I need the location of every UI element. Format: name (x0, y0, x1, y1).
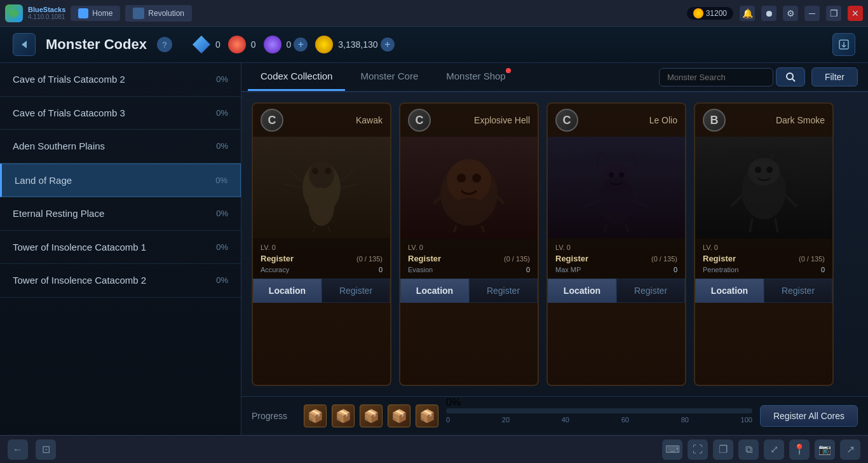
chest-icon-0: 📦 (304, 404, 327, 427)
premium-coin-icon (693, 8, 703, 18)
game-tab[interactable]: Revolution (125, 5, 192, 22)
restore-icon[interactable]: ❐ (826, 6, 841, 21)
sidebar-item-name-4: Eternal Resting Place (13, 207, 104, 220)
resource-1-icon (193, 36, 210, 53)
home-tab[interactable]: Home (71, 6, 120, 21)
svg-line-12 (341, 169, 356, 181)
tab-monster-core[interactable]: Monster Core (348, 63, 431, 91)
sidebar-item-name-1: Cave of Trials Catacomb 3 (13, 107, 125, 120)
card-stat-name-0: Accuracy (261, 266, 289, 273)
sidebar-item-0[interactable]: Cave of Trials Catacomb 2 0% (0, 63, 241, 97)
minimize-icon[interactable]: ─ (804, 6, 820, 21)
tabs-search-row: Codex Collection Monster Core Monster Sh… (241, 63, 868, 92)
gold-value: 3,138,130 (338, 39, 377, 50)
svg-line-32 (604, 225, 607, 232)
currency-display: 31200 (687, 7, 733, 20)
location-icon[interactable]: 📍 (789, 439, 810, 460)
sidebar-item-4[interactable]: Eternal Resting Place 0% (0, 197, 241, 231)
progress-track: 0% 020406080100 (446, 408, 752, 424)
keyboard-icon[interactable]: ⌨ (662, 439, 682, 460)
register-button-2[interactable]: Register (616, 279, 685, 303)
svg-line-11 (285, 184, 302, 188)
filter-button[interactable]: Filter (811, 67, 858, 86)
sidebar-item-3[interactable]: Land of Rage 0% (0, 163, 241, 198)
sidebar-item-5[interactable]: Tower of Insolence Catacomb 1 0% (0, 231, 241, 265)
bs-brand: BlueStacks (28, 6, 65, 13)
location-button-2[interactable]: Location (548, 279, 616, 303)
location-button-1[interactable]: Location (400, 279, 469, 303)
fullscreen-icon[interactable]: ⛶ (688, 439, 708, 460)
register-button-0[interactable]: Register (322, 279, 390, 303)
card-header-3: B Dark Smoke (695, 104, 832, 137)
main-tabs: Codex Collection Monster Core Monster Sh… (241, 63, 525, 91)
right-search: Filter (659, 67, 858, 86)
card-stat-row-0: Accuracy 0 (261, 266, 383, 273)
search-input[interactable] (659, 68, 773, 86)
card-stat-name-3: Penetration (703, 266, 738, 273)
svg-point-40 (766, 184, 781, 194)
sidebar-item-6[interactable]: Tower of Insolence Catacomb 2 0% (0, 264, 241, 298)
search-container (659, 67, 805, 86)
progress-label: Progress (252, 411, 296, 421)
camera-icon[interactable]: 📷 (815, 439, 835, 460)
card-stat-value-1: 0 (526, 266, 530, 273)
progress-pct: 0% (446, 397, 461, 408)
progress-marker-40: 40 (562, 416, 569, 424)
svg-marker-1 (22, 41, 27, 48)
monster-card-1: C Explosive Hell LV. 0 Register (0 / 135… (399, 102, 539, 386)
card-register-label-2: Register (555, 254, 588, 263)
svg-marker-0 (10, 9, 18, 18)
help-icon[interactable]: ? (157, 37, 172, 52)
progress-marker-0: 0 (446, 416, 450, 424)
sidebar-item-1[interactable]: Cave of Trials Catacomb 3 0% (0, 97, 241, 130)
expand-icon[interactable]: ⤢ (764, 439, 784, 460)
svg-line-15 (312, 226, 315, 232)
sidebar-items-container: Cave of Trials Catacomb 2 0% Cave of Tri… (0, 63, 241, 298)
resource-2-value: 0 (251, 39, 256, 50)
tab-codex-collection[interactable]: Codex Collection (248, 63, 345, 91)
add-resource-button[interactable]: + (294, 38, 308, 52)
register-button-3[interactable]: Register (764, 279, 832, 303)
tab-monster-core-label: Monster Core (360, 71, 418, 81)
chest-icon-2: 📦 (360, 404, 383, 427)
card-register-label-3: Register (703, 254, 736, 263)
sidebar-item-2[interactable]: Aden Southern Plains 0% (0, 130, 241, 163)
multiwindow-icon[interactable]: ⧉ (738, 439, 759, 460)
svg-point-18 (447, 159, 491, 204)
card-stat-row-1: Evasion 0 (408, 266, 530, 273)
gold-resource: 3,138,130 + (315, 36, 394, 53)
location-button-3[interactable]: Location (695, 279, 764, 303)
tab-codex-label: Codex Collection (261, 71, 332, 81)
register-all-button[interactable]: Register All Cores (760, 405, 858, 427)
card-register-row-3: Register (0 / 135) (703, 254, 825, 263)
share-icon[interactable]: ↗ (840, 439, 860, 460)
sidebar-item-pct-4: 0% (216, 209, 228, 218)
svg-line-41 (731, 194, 743, 207)
register-button-1[interactable]: Register (469, 279, 538, 303)
card-image-0 (253, 137, 390, 238)
progress-marker-80: 80 (681, 416, 689, 424)
card-rank-2: C (555, 109, 578, 132)
card-level-1: LV. 0 (408, 244, 530, 251)
export-button[interactable] (832, 33, 855, 56)
home-nav-button[interactable]: ⊡ (36, 439, 56, 460)
svg-point-27 (599, 176, 634, 225)
card-name-2: Le Olio (649, 115, 677, 125)
resource-3: 0 + (264, 36, 308, 53)
search-button[interactable] (776, 67, 805, 86)
card-register-count-3: (0 / 135) (799, 255, 825, 263)
location-button-0[interactable]: Location (253, 279, 322, 303)
back-nav-button[interactable]: ← (8, 439, 28, 460)
settings-icon[interactable]: ⚙ (783, 6, 798, 21)
card-rank-0: C (261, 109, 283, 132)
svg-point-29 (619, 172, 624, 177)
notification-icon[interactable]: 🔔 (740, 6, 755, 21)
svg-point-39 (766, 167, 773, 173)
card-stat-row-3: Penetration 0 (703, 266, 825, 273)
record-icon[interactable]: ⏺ (761, 6, 776, 21)
back-button[interactable] (13, 33, 36, 56)
tab-monster-shop[interactable]: Monster Shop (433, 63, 518, 91)
add-gold-button[interactable]: + (381, 38, 395, 52)
window-icon[interactable]: ❐ (713, 439, 733, 460)
close-icon[interactable]: ✕ (848, 6, 863, 21)
